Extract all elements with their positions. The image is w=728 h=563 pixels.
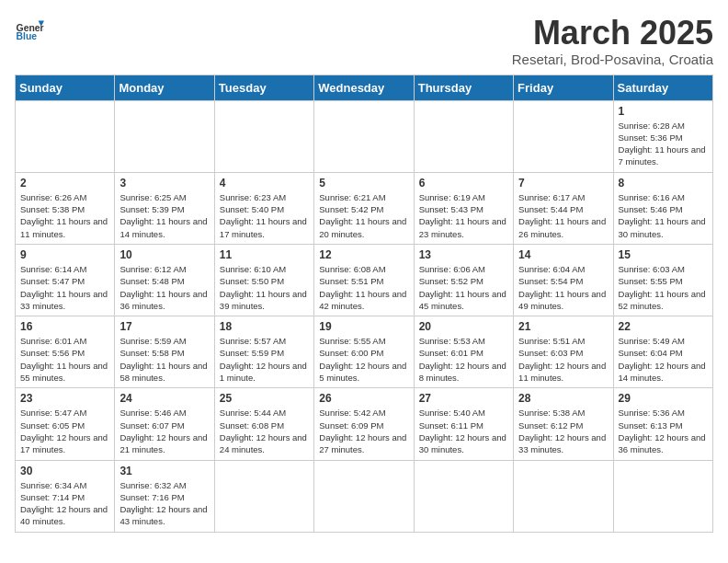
day-number: 18 [220, 320, 309, 333]
calendar-cell: 31Sunrise: 6:32 AM Sunset: 7:16 PM Dayli… [115, 460, 214, 532]
calendar-table: SundayMondayTuesdayWednesdayThursdayFrid… [15, 75, 713, 533]
day-number: 19 [319, 320, 408, 333]
day-number: 31 [119, 465, 209, 477]
calendar-cell: 10Sunrise: 6:12 AM Sunset: 5:48 PM Dayli… [115, 244, 214, 316]
day-number: 4 [220, 177, 309, 190]
weekday-header-tuesday: Tuesday [214, 75, 313, 100]
calendar-cell: 12Sunrise: 6:08 AM Sunset: 5:51 PM Dayli… [314, 244, 414, 316]
day-info: Sunrise: 6:04 AM Sunset: 5:54 PM Dayligh… [518, 263, 608, 312]
calendar-cell [214, 460, 313, 532]
day-info: Sunrise: 6:25 AM Sunset: 5:39 PM Dayligh… [119, 191, 209, 240]
calendar-cell [414, 460, 513, 532]
day-info: Sunrise: 6:12 AM Sunset: 5:48 PM Dayligh… [119, 263, 209, 312]
calendar-cell: 5Sunrise: 6:21 AM Sunset: 5:42 PM Daylig… [314, 172, 414, 244]
calendar-cell: 28Sunrise: 5:38 AM Sunset: 6:12 PM Dayli… [514, 388, 613, 460]
calendar-cell: 23Sunrise: 5:47 AM Sunset: 6:05 PM Dayli… [16, 388, 115, 460]
calendar-week-row: 9Sunrise: 6:14 AM Sunset: 5:47 PM Daylig… [16, 244, 713, 316]
calendar-cell: 16Sunrise: 6:01 AM Sunset: 5:56 PM Dayli… [16, 316, 115, 388]
calendar-cell: 19Sunrise: 5:55 AM Sunset: 6:00 PM Dayli… [314, 316, 414, 388]
day-info: Sunrise: 5:42 AM Sunset: 6:09 PM Dayligh… [319, 407, 408, 455]
calendar-cell [115, 100, 214, 172]
day-info: Sunrise: 5:51 AM Sunset: 6:03 PM Dayligh… [518, 335, 608, 384]
day-info: Sunrise: 6:26 AM Sunset: 5:38 PM Dayligh… [20, 191, 109, 240]
calendar-cell [414, 100, 513, 172]
weekday-header-friday: Friday [514, 75, 613, 100]
weekday-header-saturday: Saturday [613, 75, 712, 100]
day-info: Sunrise: 6:19 AM Sunset: 5:43 PM Dayligh… [419, 191, 508, 240]
day-info: Sunrise: 6:14 AM Sunset: 5:47 PM Dayligh… [20, 263, 109, 312]
day-number: 11 [220, 248, 309, 261]
day-info: Sunrise: 5:53 AM Sunset: 6:01 PM Dayligh… [419, 335, 508, 384]
calendar-cell: 14Sunrise: 6:04 AM Sunset: 5:54 PM Dayli… [514, 244, 613, 316]
calendar-week-row: 23Sunrise: 5:47 AM Sunset: 6:05 PM Dayli… [16, 388, 713, 460]
weekday-header-thursday: Thursday [414, 75, 513, 100]
calendar-cell [514, 100, 613, 172]
calendar-cell [613, 460, 712, 532]
day-number: 16 [20, 320, 109, 333]
calendar-cell: 30Sunrise: 6:34 AM Sunset: 7:14 PM Dayli… [16, 460, 115, 532]
calendar-cell: 3Sunrise: 6:25 AM Sunset: 5:39 PM Daylig… [115, 172, 214, 244]
calendar-cell: 4Sunrise: 6:23 AM Sunset: 5:40 PM Daylig… [214, 172, 313, 244]
page-header: General Blue March 2025 Resetari, Brod-P… [15, 15, 713, 67]
calendar-cell: 22Sunrise: 5:49 AM Sunset: 6:04 PM Dayli… [613, 316, 712, 388]
calendar-cell: 25Sunrise: 5:44 AM Sunset: 6:08 PM Dayli… [214, 388, 313, 460]
day-number: 12 [319, 248, 408, 261]
day-number: 10 [119, 248, 209, 261]
day-info: Sunrise: 6:10 AM Sunset: 5:50 PM Dayligh… [220, 263, 309, 312]
logo: General Blue [15, 15, 44, 44]
calendar-cell: 29Sunrise: 5:36 AM Sunset: 6:13 PM Dayli… [613, 388, 712, 460]
logo-icon: General Blue [15, 15, 44, 44]
calendar-cell: 24Sunrise: 5:46 AM Sunset: 6:07 PM Dayli… [115, 388, 214, 460]
calendar-cell: 8Sunrise: 6:16 AM Sunset: 5:46 PM Daylig… [613, 172, 712, 244]
calendar-cell: 15Sunrise: 6:03 AM Sunset: 5:55 PM Dayli… [613, 244, 712, 316]
calendar-subtitle: Resetari, Brod-Posavina, Croatia [512, 52, 713, 67]
calendar-cell: 11Sunrise: 6:10 AM Sunset: 5:50 PM Dayli… [214, 244, 313, 316]
day-info: Sunrise: 6:06 AM Sunset: 5:52 PM Dayligh… [419, 263, 508, 312]
calendar-cell: 2Sunrise: 6:26 AM Sunset: 5:38 PM Daylig… [16, 172, 115, 244]
day-info: Sunrise: 6:28 AM Sunset: 5:36 PM Dayligh… [619, 120, 708, 168]
day-info: Sunrise: 5:55 AM Sunset: 6:00 PM Dayligh… [319, 335, 408, 384]
day-number: 17 [119, 320, 209, 333]
day-number: 24 [119, 392, 209, 405]
day-number: 6 [419, 177, 508, 190]
calendar-week-row: 16Sunrise: 6:01 AM Sunset: 5:56 PM Dayli… [16, 316, 713, 388]
calendar-cell: 26Sunrise: 5:42 AM Sunset: 6:09 PM Dayli… [314, 388, 414, 460]
day-info: Sunrise: 6:23 AM Sunset: 5:40 PM Dayligh… [220, 191, 309, 240]
day-info: Sunrise: 6:34 AM Sunset: 7:14 PM Dayligh… [20, 479, 109, 528]
calendar-cell [314, 460, 414, 532]
day-number: 8 [619, 177, 708, 190]
day-info: Sunrise: 5:59 AM Sunset: 5:58 PM Dayligh… [119, 335, 209, 384]
calendar-cell: 1Sunrise: 6:28 AM Sunset: 5:36 PM Daylig… [613, 100, 712, 172]
calendar-cell: 18Sunrise: 5:57 AM Sunset: 5:59 PM Dayli… [214, 316, 313, 388]
day-number: 26 [319, 392, 408, 405]
calendar-cell: 13Sunrise: 6:06 AM Sunset: 5:52 PM Dayli… [414, 244, 513, 316]
weekday-header-wednesday: Wednesday [314, 75, 414, 100]
weekday-header-row: SundayMondayTuesdayWednesdayThursdayFrid… [16, 75, 713, 100]
day-number: 5 [319, 177, 408, 190]
day-info: Sunrise: 6:21 AM Sunset: 5:42 PM Dayligh… [319, 191, 408, 240]
day-number: 7 [518, 177, 608, 190]
svg-text:Blue: Blue [17, 31, 38, 41]
day-number: 3 [119, 177, 209, 190]
calendar-cell [314, 100, 414, 172]
day-number: 28 [518, 392, 608, 405]
calendar-week-row: 1Sunrise: 6:28 AM Sunset: 5:36 PM Daylig… [16, 100, 713, 172]
day-number: 2 [20, 177, 109, 190]
calendar-week-row: 2Sunrise: 6:26 AM Sunset: 5:38 PM Daylig… [16, 172, 713, 244]
weekday-header-monday: Monday [115, 75, 214, 100]
day-number: 27 [419, 392, 508, 405]
day-info: Sunrise: 6:01 AM Sunset: 5:56 PM Dayligh… [20, 335, 109, 384]
calendar-cell: 21Sunrise: 5:51 AM Sunset: 6:03 PM Dayli… [514, 316, 613, 388]
day-number: 9 [20, 248, 109, 261]
day-info: Sunrise: 6:16 AM Sunset: 5:46 PM Dayligh… [619, 191, 708, 240]
day-info: Sunrise: 5:49 AM Sunset: 6:04 PM Dayligh… [619, 335, 708, 384]
day-info: Sunrise: 5:38 AM Sunset: 6:12 PM Dayligh… [518, 407, 608, 455]
calendar-cell [16, 100, 115, 172]
day-number: 22 [619, 320, 708, 333]
day-number: 15 [619, 248, 708, 261]
day-info: Sunrise: 5:36 AM Sunset: 6:13 PM Dayligh… [619, 407, 708, 455]
calendar-cell: 27Sunrise: 5:40 AM Sunset: 6:11 PM Dayli… [414, 388, 513, 460]
calendar-cell: 20Sunrise: 5:53 AM Sunset: 6:01 PM Dayli… [414, 316, 513, 388]
day-number: 30 [20, 465, 109, 477]
day-number: 25 [220, 392, 309, 405]
